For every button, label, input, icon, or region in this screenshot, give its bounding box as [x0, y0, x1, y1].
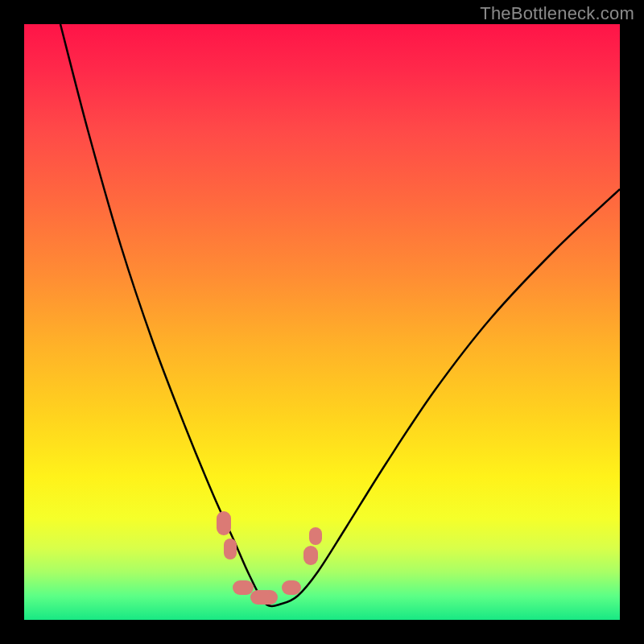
data-marker	[303, 546, 318, 565]
watermark-text: TheBottleneck.com	[480, 3, 634, 24]
data-marker	[309, 527, 322, 545]
data-marker	[233, 580, 254, 595]
data-marker	[224, 539, 237, 559]
data-marker	[217, 511, 231, 535]
chart-stage: TheBottleneck.com	[0, 0, 644, 644]
plot-area	[24, 24, 620, 620]
data-markers-group	[24, 24, 620, 620]
data-marker	[282, 580, 301, 595]
data-marker	[250, 590, 278, 605]
